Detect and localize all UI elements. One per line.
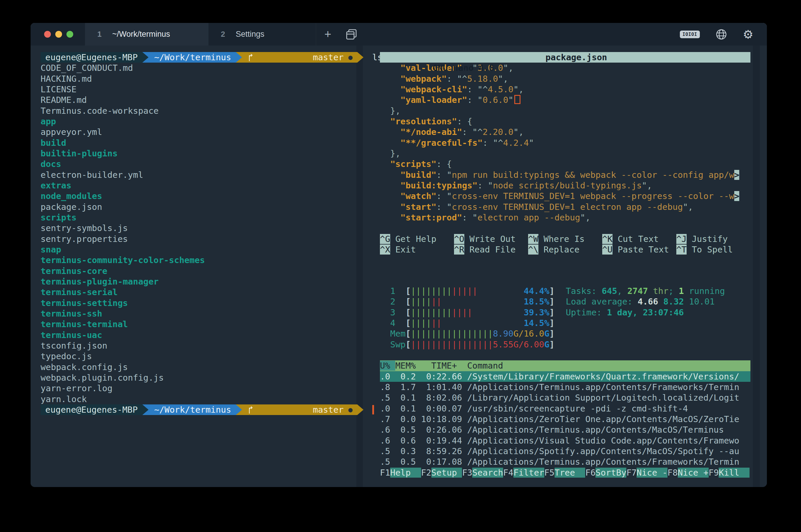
file-entry: scripts: [41, 212, 369, 223]
file-name: CODE_OF_CONDUCT.md: [41, 63, 133, 73]
right-pane-scrollbar[interactable]: [753, 45, 760, 487]
shortcut-label: Paste Text: [613, 245, 669, 254]
directory-name: terminus-serial: [41, 287, 118, 297]
zoom-window-button[interactable]: [67, 31, 73, 38]
gear-icon[interactable]: ⚙: [743, 28, 753, 40]
file-entry: typedoc.js: [41, 351, 369, 362]
json-key: "**/graceful-fs": [400, 138, 483, 148]
powerline-arrow-icon: [142, 404, 149, 415]
function-key: F2: [421, 468, 431, 478]
function-key: F6: [585, 468, 595, 478]
file-entry: LICENSE: [41, 84, 369, 95]
powerline-arrow-icon: [357, 404, 364, 415]
htop-table-header[interactable]: U% MEM% TIME+ Command: [380, 360, 750, 371]
shortcut-label: Write Out: [464, 234, 516, 244]
terminal-pane-right[interactable]: GNU nano 4.5 package.json "val-loader": …: [369, 45, 767, 487]
summary-segment: ,: [617, 286, 628, 296]
meter-bars: ||||: [452, 307, 472, 318]
file-entry: CODE_OF_CONDUCT.md: [41, 63, 369, 73]
meter-value: 8.90: [493, 329, 514, 339]
process-row[interactable]: .6 0.5 0:26.06 /Applications/Terminus.ap…: [380, 424, 750, 435]
nano-code-line: "yaml-loader": "0.6.0": [380, 95, 767, 105]
function-key-label: Kill: [719, 468, 749, 478]
meter-bars: ||||||||: [411, 307, 452, 318]
directory-name: terminus-settings: [41, 298, 128, 308]
json-punctuation: : ": [436, 170, 452, 180]
split-layout-button[interactable]: [340, 23, 363, 45]
directory-name: snap: [41, 245, 61, 254]
meter-bracket: ]: [549, 307, 554, 318]
meter-padding: [472, 307, 524, 318]
meter-label: 4: [380, 318, 406, 328]
json-value: cross-env TERMINUS_DEV=1 webpack --progr…: [452, 191, 734, 201]
powerline-arrow-icon: [357, 52, 364, 63]
summary-segment: Tasks:: [566, 286, 602, 296]
meter-bars: |||||: [452, 286, 477, 296]
process-row[interactable]: .5 0.3 8:59.26 /Applications/Spotify.app…: [380, 446, 750, 456]
shortcut-key: ^W: [528, 234, 538, 244]
meter-bracket: [: [406, 286, 410, 296]
git-branch-name: master: [313, 404, 344, 415]
summary-segment: 2747: [628, 286, 648, 296]
blank-line: [380, 223, 767, 233]
function-key-label: Search: [472, 468, 503, 478]
process-row[interactable]: .6 0.6 0:19.44 /Applications/Visual Stud…: [380, 435, 750, 446]
window-controls: [31, 23, 73, 45]
meter-bars: ||: [431, 318, 442, 328]
process-row[interactable]: .5 0.5 0:17.08 /Applications/Terminus.ap…: [380, 456, 750, 467]
summary-segment: 645: [602, 286, 617, 296]
close-window-button[interactable]: [44, 31, 51, 38]
meter-bracket: [: [406, 340, 410, 349]
directory-name: docs: [41, 159, 61, 169]
terminal-pane-left[interactable]: eugene@Eugenes-MBP ~/Work/terminus maste…: [31, 45, 369, 487]
json-punctuation: },: [380, 148, 400, 158]
json-punctuation: ",: [498, 74, 508, 84]
nano-shortcut: ^G Get Help: [380, 234, 454, 244]
titlebar-right-icons: IOIOI ⚙: [680, 23, 767, 45]
json-key: "watch": [400, 191, 436, 201]
directory-name: terminus-uac: [41, 330, 102, 340]
prompt-path-segment: ~/Work/terminus: [142, 52, 236, 63]
nano-titlebar: GNU nano 4.5 package.json: [380, 52, 750, 63]
globe-icon[interactable]: [715, 28, 727, 41]
meter-value: G/16.0: [514, 329, 544, 339]
powerline-arrow-icon: [236, 52, 242, 63]
meter-bracket: ]: [549, 340, 554, 349]
shortcut-key: ^O: [454, 234, 464, 244]
meter-bars: ||||||||||||||||: [411, 329, 493, 339]
prompt-path-segment: ~/Work/terminus: [142, 404, 236, 415]
process-row[interactable]: .5 0.1 8:02.06 /Library/Application Supp…: [380, 393, 750, 403]
process-row[interactable]: .8 1.7 1:01.40 /Applications/Terminus.ap…: [380, 382, 750, 393]
minimize-window-button[interactable]: [55, 31, 62, 38]
meter-label: Swp: [380, 340, 406, 349]
nano-code-line: "build": "npm run build:typings && webpa…: [380, 170, 767, 180]
serial-port-icon[interactable]: IOIOI: [680, 31, 700, 38]
column-headers: MEM% TIME+ Command: [395, 361, 503, 370]
file-entry: sentry.properties: [41, 234, 369, 244]
function-key: F8: [668, 468, 678, 478]
json-punctuation: : {: [457, 116, 472, 127]
tab-title: ~/Work/terminus: [112, 30, 170, 39]
ls-output: CODE_OF_CONDUCT.mdHACKING.mdLICENSEREADM…: [41, 63, 369, 404]
file-entry: README.md: [41, 95, 369, 105]
new-tab-button[interactable]: +: [316, 23, 340, 45]
json-punctuation: [380, 127, 400, 137]
file-entry: node_modules: [41, 191, 369, 201]
function-key-label: Nice -: [637, 468, 668, 478]
process-row[interactable]: .7 0.0 10:18.09 /Applications/ZeroTier O…: [380, 414, 750, 424]
file-entry: builtin-plugins: [41, 148, 369, 159]
file-entry: snap: [41, 244, 369, 255]
shortcut-key: ^\: [528, 245, 538, 254]
uptime-line: Uptime: 1 day, 23:07:46: [566, 307, 725, 318]
git-branch-name: master: [313, 52, 344, 63]
meter-label: 1: [380, 286, 406, 296]
process-row[interactable]: .0 0.2 0:22.66 /System/Library/Framework…: [380, 371, 750, 382]
left-pane-scrollbar[interactable]: [356, 45, 363, 487]
json-value: node scripts/build-typings.js: [493, 180, 641, 190]
tab-work-terminus[interactable]: 1 ~/Work/terminus: [85, 23, 208, 45]
process-row[interactable]: .0 0.1 0:00.07 /usr/sbin/screencapture -…: [380, 403, 750, 414]
meter-value: 5.55G/6.00: [493, 340, 544, 349]
git-branch-icon: [247, 384, 309, 435]
nano-shortcut: ^W Where Is: [528, 234, 602, 244]
directory-name: scripts: [41, 212, 76, 223]
